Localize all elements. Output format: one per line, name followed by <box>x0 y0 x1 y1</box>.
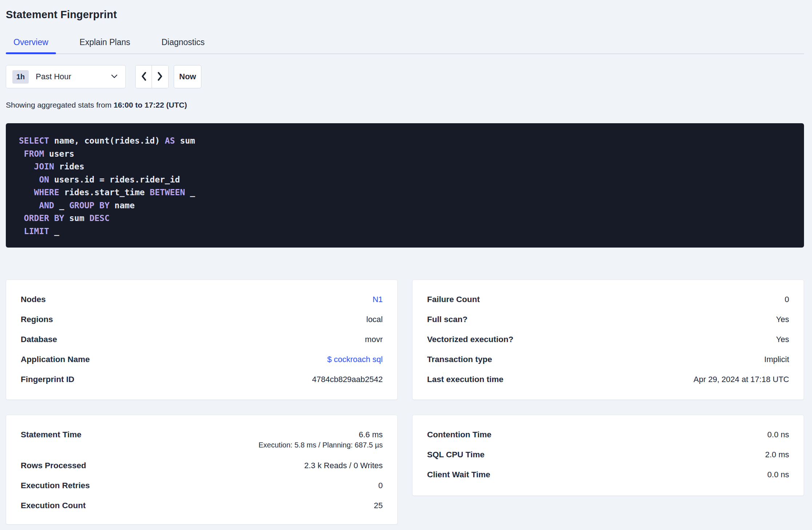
tab-explain-plans[interactable]: Explain Plans <box>72 37 138 53</box>
sql-line: AND _ GROUP BY name <box>19 199 791 212</box>
sql-line: WHERE rides.start_time BETWEEN _ <box>19 186 791 199</box>
sql-text: _ <box>185 188 195 197</box>
summary-label: Fingerprint ID <box>21 374 75 384</box>
aggregation-note-range: 16:00 to 17:22 (UTC) <box>114 101 187 109</box>
sql-line: LIMIT _ <box>19 225 791 238</box>
summary-label: Vectorized execution? <box>427 334 514 344</box>
chevron-down-icon <box>111 73 117 80</box>
summary-row: Application Name$ cockroach sql <box>21 349 383 369</box>
page-title: Statement Fingerprint <box>6 8 804 21</box>
sql-text: rides.start_time <box>59 188 150 197</box>
sql-line: JOIN rides <box>19 160 791 173</box>
aggregation-note-prefix: Showing aggregated stats from <box>6 101 114 109</box>
summary-label: SQL CPU Time <box>427 450 485 459</box>
time-stats-panel: Contention Time0.0 nsSQL CPU Time2.0 msC… <box>412 415 804 496</box>
sql-keyword: FROM <box>24 149 44 158</box>
summary-row: Full scan?Yes <box>427 309 789 329</box>
sql-text: sum <box>64 213 89 223</box>
summary-row: Statement Time6.6 msExecution: 5.8 ms / … <box>21 425 383 455</box>
tab-overview[interactable]: Overview <box>6 37 56 53</box>
sql-keyword: GROUP BY <box>69 201 109 210</box>
sql-text <box>19 213 24 223</box>
summary-value-wrap: 0.0 ns <box>767 430 789 439</box>
sql-keyword: LIMIT <box>24 226 49 236</box>
sql-text: sum <box>175 136 195 145</box>
summary-value: Yes <box>776 334 789 344</box>
summary-label: Transaction type <box>427 354 492 364</box>
summary-value-wrap: 4784cb829aab2542 <box>312 374 383 384</box>
sql-text: _ <box>49 226 59 236</box>
summary-value: 4784cb829aab2542 <box>312 374 383 384</box>
summary-value-wrap: Apr 29, 2024 at 17:18 UTC <box>694 374 789 384</box>
summary-value-wrap: 0 <box>785 294 789 304</box>
aggregation-note: Showing aggregated stats from 16:00 to 1… <box>6 100 804 110</box>
statement-details-panel: NodesN1RegionslocalDatabasemovrApplicati… <box>6 280 398 400</box>
sql-keyword: DESC <box>89 213 109 223</box>
sql-keyword: AS <box>165 136 175 145</box>
sql-text <box>19 175 39 184</box>
summary-label: Full scan? <box>427 314 467 324</box>
time-nav-group <box>135 65 169 88</box>
summary-value: 2.0 ms <box>765 450 789 459</box>
summary-value: local <box>366 314 383 324</box>
sql-keyword: BETWEEN <box>150 188 185 197</box>
previous-time-range-button[interactable] <box>136 65 152 88</box>
sql-keyword: AND <box>39 201 54 210</box>
summary-label: Rows Processed <box>21 461 86 470</box>
sql-text <box>19 201 39 210</box>
execution-attributes-panel: Failure Count0Full scan?YesVectorized ex… <box>412 280 804 400</box>
summary-row: Client Wait Time0.0 ns <box>427 465 789 485</box>
summary-label: Failure Count <box>427 294 480 304</box>
summary-label: Last execution time <box>427 374 503 384</box>
summary-value: 0.0 ns <box>767 470 789 479</box>
sql-line: SELECT name, count(rides.id) AS sum <box>19 134 791 148</box>
summary-row: Execution Count25 <box>21 495 383 515</box>
summary-value: Apr 29, 2024 at 17:18 UTC <box>694 374 789 384</box>
summary-row: Transaction typeImplicit <box>427 349 789 369</box>
summary-value: movr <box>365 334 383 344</box>
time-range-dropdown[interactable]: 1h Past Hour <box>6 65 126 88</box>
summary-value-link[interactable]: $ cockroach sql <box>327 354 383 364</box>
summary-value: Implicit <box>764 354 789 364</box>
chevron-right-icon <box>157 72 163 82</box>
summary-value-wrap: 2.0 ms <box>765 450 789 459</box>
chevron-left-icon <box>141 72 147 82</box>
summary-label: Execution Count <box>21 501 86 510</box>
sql-text: users.id = rides.rider_id <box>49 175 180 184</box>
summary-row: Execution Retries0 <box>21 475 383 495</box>
sql-text: users <box>44 149 74 158</box>
time-range-label: Past Hour <box>36 72 111 81</box>
summary-value-link[interactable]: N1 <box>373 294 383 304</box>
details-panel-row: NodesN1RegionslocalDatabasemovrApplicati… <box>6 280 804 400</box>
summary-row: NodesN1 <box>21 289 383 309</box>
summary-value-wrap: local <box>366 314 383 324</box>
sql-text <box>19 226 24 236</box>
sql-keyword: ORDER BY <box>24 213 64 223</box>
summary-row: SQL CPU Time2.0 ms <box>427 445 789 465</box>
summary-value-wrap: $ cockroach sql <box>327 354 383 364</box>
stats-panel-row: Statement Time6.6 msExecution: 5.8 ms / … <box>6 415 804 525</box>
summary-label: Client Wait Time <box>427 470 490 479</box>
now-button[interactable]: Now <box>174 65 201 88</box>
summary-row: Vectorized execution?Yes <box>427 329 789 349</box>
sql-text <box>19 188 34 197</box>
sql-line: FROM users <box>19 148 791 161</box>
sql-line: ORDER BY sum DESC <box>19 212 791 225</box>
sql-keyword: JOIN <box>34 162 54 171</box>
summary-value: Yes <box>776 314 789 324</box>
summary-row: Rows Processed2.3 k Reads / 0 Writes <box>21 455 383 475</box>
next-time-range-button[interactable] <box>152 65 168 88</box>
tab-diagnostics[interactable]: Diagnostics <box>154 37 212 53</box>
sql-text: rides <box>54 162 84 171</box>
statement-stats-panel: Statement Time6.6 msExecution: 5.8 ms / … <box>6 415 398 525</box>
summary-value-wrap: 25 <box>374 501 383 510</box>
summary-label: Application Name <box>21 354 90 364</box>
sql-text: _ <box>54 201 69 210</box>
summary-row: Regionslocal <box>21 309 383 329</box>
summary-label: Execution Retries <box>21 481 90 490</box>
summary-value-wrap: 0.0 ns <box>767 470 789 479</box>
summary-row: Contention Time0.0 ns <box>427 425 789 445</box>
summary-value: 0 <box>378 481 383 490</box>
summary-value: 25 <box>374 501 383 510</box>
summary-value: 2.3 k Reads / 0 Writes <box>304 461 383 470</box>
